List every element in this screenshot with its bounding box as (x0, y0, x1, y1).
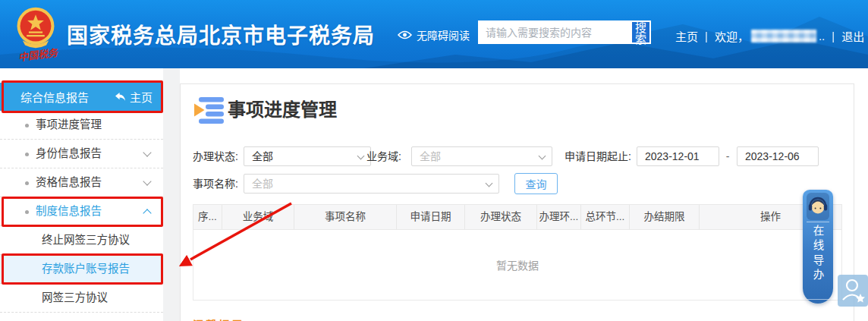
eye-icon (398, 30, 412, 39)
contact-float-button[interactable] (838, 275, 868, 307)
page-title-row: 事项进度管理 (193, 96, 337, 124)
online-guide-widget[interactable]: 在线导办 (803, 190, 833, 304)
date-to-input[interactable]: 2023-12-06 (737, 146, 819, 166)
table-empty-state: 暂无数据 (193, 230, 841, 300)
chevron-up-icon (143, 209, 151, 217)
filter-label-date-range: 申请日期起止: (565, 146, 631, 166)
table-header-cell: 办理状态 (465, 205, 537, 229)
query-button[interactable]: 查询 (514, 173, 558, 194)
sidebar-item-progress[interactable]: 事项进度管理 (0, 111, 163, 140)
empty-text: 暂无数据 (496, 257, 539, 272)
sidebar-item-terminate-agreement[interactable]: 终止网签三方协议 (0, 226, 163, 255)
chevron-down-icon (143, 177, 151, 185)
filter-label-status: 办理状态: (193, 146, 238, 166)
search-button[interactable]: 搜索 (631, 20, 651, 44)
sidebar-item-deposit-account[interactable]: 存款账户账号报告 (0, 255, 163, 284)
service-avatar-icon (807, 193, 829, 220)
sidebar-item-system-report[interactable]: 制度信息报告 (0, 197, 163, 226)
bullet-dot (25, 210, 29, 214)
table-header-cell: 业务域 (222, 205, 294, 229)
username-redacted (751, 30, 816, 42)
page: 中国税务 国家税务总局北京市电子税务局 无障碍阅读 搜索 主页 | 欢迎， ..… (0, 0, 868, 321)
page-title-icon (193, 96, 225, 124)
site-title: 国家税务总局北京市电子税务局 (67, 19, 375, 49)
nav-separator: | (832, 30, 835, 42)
table-header-cell: 总环节... (581, 205, 630, 229)
return-arrow-icon (115, 92, 126, 102)
sidebar-item-label: 身份信息报告 (36, 147, 102, 159)
sidebar: 综合信息报告 主页 事项进度管理 身份信息报告 资格信息报告 制度信息报告 (0, 68, 163, 321)
sidebar-header: 综合信息报告 主页 (0, 83, 163, 111)
sidebar-item-label: 制度信息报告 (36, 205, 102, 217)
sidebar-item-label: 事项进度管理 (36, 118, 102, 131)
sidebar-item-label: 网签三方协议 (42, 291, 108, 304)
search-input[interactable] (478, 20, 631, 44)
top-header: 中国税务 国家税务总局北京市电子税务局 无障碍阅读 搜索 主页 | 欢迎， ..… (0, 0, 868, 68)
main-panel: 事项进度管理 办理状态: 全部 业务域: 全部 申请日期起止: 2023-12-… (180, 83, 854, 321)
table-header-cell: 事项名称 (294, 205, 397, 229)
online-guide-label: 在线导办 (810, 225, 826, 297)
national-emblem-logo (14, 5, 58, 49)
table-header-cell: 申请日期 (397, 205, 465, 229)
logout-link[interactable]: 退出 (841, 28, 864, 44)
date-range-separator: - (720, 146, 735, 166)
status-select-value: 全部 (252, 150, 273, 162)
table-header-cell: 办结期限 (630, 205, 700, 229)
domain-select[interactable]: 全部 (411, 146, 552, 166)
table-header-cell: 序... (193, 205, 222, 229)
table-header-row: 序... 业务域 事项名称 申请日期 办理状态 办理环... 总环节... 办结… (193, 205, 841, 230)
divider (807, 222, 829, 222)
header-user-nav: 主页 | 欢迎， .. | 退出 (675, 28, 864, 44)
filter-label-domain: 业务域: (366, 146, 401, 166)
bullet-dot (25, 153, 29, 156)
sidebar-item-identity[interactable]: 身份信息报告 (0, 140, 163, 168)
progress-table: 序... 业务域 事项名称 申请日期 办理状态 办理环... 总环节... 办结… (193, 204, 842, 301)
chevron-down-icon (143, 148, 151, 156)
bottom-tip-partial: 温馨提示 (193, 316, 244, 321)
divider (807, 299, 829, 300)
item-name-select-value: 全部 (252, 178, 273, 190)
table-header-cell: 办理环... (537, 205, 581, 229)
welcome-suffix: .. (819, 30, 825, 42)
sidebar-item-label: 存款账户账号报告 (42, 263, 130, 275)
home-link[interactable]: 主页 (675, 28, 698, 44)
sidebar-item-online-agreement[interactable]: 网签三方协议 (0, 284, 163, 313)
item-name-select[interactable]: 全部 (244, 174, 499, 194)
date-from-input[interactable]: 2023-12-01 (637, 146, 719, 166)
sidebar-item-label: 终止网签三方协议 (42, 234, 130, 246)
accessibility-toggle[interactable]: 无障碍阅读 (398, 27, 470, 42)
filter-label-item-name: 事项名称: (193, 174, 238, 194)
sidebar-gap (163, 68, 180, 321)
page-title: 事项进度管理 (228, 96, 337, 124)
bullet-dot (25, 124, 29, 127)
chevron-down-icon (486, 180, 493, 187)
header-search: 搜索 (478, 20, 651, 44)
domain-select-value: 全部 (420, 150, 441, 162)
nav-separator: | (705, 30, 708, 42)
sidebar-home-link[interactable]: 主页 (115, 89, 153, 105)
accessibility-label: 无障碍阅读 (417, 27, 470, 42)
welcome-text: 欢迎， (715, 28, 749, 44)
sidebar-home-label: 主页 (130, 89, 153, 105)
sidebar-item-qualification[interactable]: 资格信息报告 (0, 168, 163, 197)
status-select[interactable]: 全部 (244, 146, 371, 166)
chevron-down-icon (357, 153, 365, 160)
sidebar-item-label: 资格信息报告 (36, 176, 102, 188)
bullet-dot (25, 181, 29, 185)
sidebar-category-title: 综合信息报告 (20, 89, 115, 105)
chevron-down-icon (539, 153, 546, 160)
person-star-icon (838, 275, 868, 307)
